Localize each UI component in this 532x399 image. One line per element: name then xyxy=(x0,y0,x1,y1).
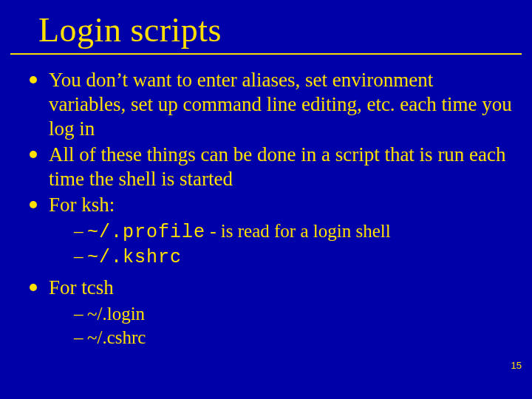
sub-bullet-item: ~/.login xyxy=(74,303,514,326)
bullet-item: You don’t want to enter aliases, set env… xyxy=(27,68,514,141)
sub-bullet-list: ~/.profile - is read for a login shell ~… xyxy=(49,220,514,270)
code-text: ~/.profile xyxy=(87,222,205,243)
bullet-item: All of these things can be done in a scr… xyxy=(27,143,514,191)
sub-bullet-text: - is read for a login shell xyxy=(205,221,391,241)
bullet-text: For tcsh xyxy=(49,276,114,299)
title-underline xyxy=(10,53,522,55)
code-text: ~/.kshrc xyxy=(87,247,182,268)
bullet-item: For tcsh ~/.login ~/.cshrc xyxy=(27,276,514,349)
bullet-text: You don’t want to enter aliases, set env… xyxy=(49,69,512,140)
page-number: 15 xyxy=(511,360,522,371)
sub-bullet-text: ~/.login xyxy=(87,304,145,324)
bullet-text: For ksh: xyxy=(49,194,115,216)
sub-bullet-list: ~/.login ~/.cshrc xyxy=(49,303,514,349)
bullet-text: All of these things can be done in a scr… xyxy=(49,143,506,190)
sub-bullet-item: ~/.profile - is read for a login shell xyxy=(74,220,514,245)
slide-title: Login scripts xyxy=(38,10,222,50)
sub-bullet-text: ~/.cshrc xyxy=(87,327,146,347)
sub-bullet-item: ~/.kshrc xyxy=(74,245,514,270)
bullet-list: You don’t want to enter aliases, set env… xyxy=(27,68,514,349)
slide-body: You don’t want to enter aliases, set env… xyxy=(27,68,514,355)
slide: Login scripts You don’t want to enter al… xyxy=(0,0,532,399)
sub-bullet-item: ~/.cshrc xyxy=(74,327,514,349)
bullet-item: For ksh: ~/.profile - is read for a logi… xyxy=(27,193,514,270)
